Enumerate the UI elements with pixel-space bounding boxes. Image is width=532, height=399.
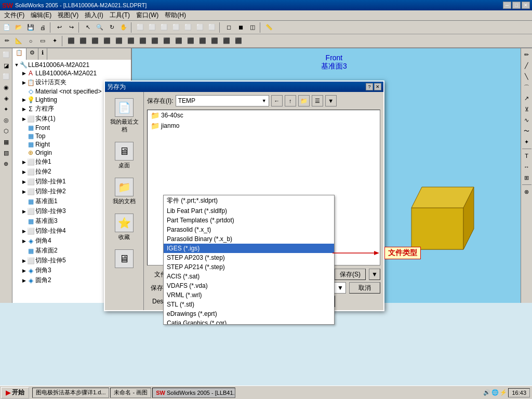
menu-view[interactable]: 视图(V) — [55, 10, 82, 21]
expand-lighting[interactable]: ▶ — [21, 97, 27, 102]
taskbar-item-1[interactable]: 未命名 - 画图 — [110, 388, 151, 398]
save-dropdown-button[interactable]: ▼ — [369, 269, 380, 280]
menu-edit[interactable]: 编辑(E) — [28, 10, 55, 21]
dropdown-item-2[interactable]: Part Templates (*.prtdot) — [164, 216, 334, 225]
dropdown-item-12[interactable]: eDrawings (*.eprt) — [164, 309, 334, 318]
expand-extrude1[interactable]: ▶ — [21, 159, 27, 165]
view-toggle-button[interactable]: ☰ — [312, 95, 323, 107]
right-tool-7[interactable]: ∿ — [522, 115, 532, 125]
save-button[interactable]: 保存(S) — [335, 269, 366, 280]
right-tool-3[interactable]: ╲ — [522, 71, 532, 82]
expand-cut1[interactable]: ▶ — [21, 179, 27, 184]
expand-extrude2[interactable]: ▶ — [21, 169, 27, 175]
tab-property[interactable]: ℹ — [38, 48, 47, 60]
dropdown-item-4[interactable]: Parasolid Binary (*.x_b) — [164, 234, 334, 244]
nav-computer[interactable]: 🖥 — [108, 247, 141, 271]
right-tool-13[interactable]: ⊗ — [522, 187, 532, 197]
dropdown-item-1[interactable]: Lib Feat Part (*.sldlfp) — [164, 206, 334, 216]
file-item-jianmo[interactable]: 📁 jianmo — [148, 121, 380, 131]
view2-button[interactable]: ⬜ — [147, 22, 158, 33]
left-icon-2[interactable]: ◪ — [1, 60, 11, 71]
right-tool-10[interactable]: T — [522, 151, 532, 161]
print-button[interactable]: 🖨 — [37, 22, 48, 33]
tree-annotations[interactable]: ▶ A LLB410006A-M2A021 — [14, 69, 130, 77]
expand-design[interactable]: ▶ — [21, 80, 27, 85]
file-item-36-40sc[interactable]: 📁 36-40sc — [148, 110, 380, 121]
feature7-button[interactable]: ⬛ — [137, 35, 149, 47]
taskbar-item-2[interactable]: SW SolidWorks 2005 - [LLB41... — [152, 388, 235, 398]
left-icon-10[interactable]: ▧ — [1, 148, 11, 158]
feature9-button[interactable]: ⬛ — [161, 35, 172, 47]
cancel-button[interactable]: 取消 — [349, 282, 380, 294]
right-tool-11[interactable]: ↔ — [522, 162, 532, 172]
expand-annotations[interactable]: ▶ — [21, 71, 27, 76]
tools-button[interactable]: ▼ — [325, 95, 337, 107]
right-tool-9[interactable]: ✦ — [522, 137, 532, 147]
feature14-button[interactable]: ⬛ — [221, 35, 232, 47]
dropdown-item-9[interactable]: VDAFS (*.vda) — [164, 281, 334, 290]
menu-window[interactable]: 窗口(W) — [133, 10, 162, 21]
dialog-close-button[interactable]: ✕ — [374, 83, 381, 90]
nav-up-button[interactable]: ↑ — [285, 95, 296, 107]
undo-button[interactable]: ↩ — [54, 22, 65, 33]
close-button[interactable]: ✕ — [522, 2, 530, 9]
expand-cut3[interactable]: ▶ — [21, 209, 27, 214]
new-button[interactable]: 📄 — [1, 22, 12, 33]
nav-desktop[interactable]: 🖥 桌面 — [108, 140, 141, 171]
location-combo[interactable]: TEMP ▼ — [176, 95, 269, 107]
expand-chamfer3[interactable]: ▶ — [21, 268, 27, 273]
expand-cut2[interactable]: ▶ — [21, 189, 27, 194]
feature3-button[interactable]: ⬛ — [89, 35, 101, 47]
view3-button[interactable]: ⬜ — [158, 22, 170, 33]
shading1-button[interactable]: ◻ — [223, 22, 234, 33]
expand-cut4[interactable]: ▶ — [21, 229, 27, 234]
sketch4-button[interactable]: ▭ — [37, 35, 48, 47]
shading2-button[interactable]: ◼ — [235, 22, 246, 33]
view4-button[interactable]: ⬜ — [170, 22, 182, 33]
left-icon-1[interactable]: ⬜ — [1, 49, 11, 60]
feature1-button[interactable]: ⬛ — [65, 35, 77, 47]
dropdown-item-10[interactable]: VRML (*.wrl) — [164, 290, 334, 300]
right-tool-8[interactable]: 〜 — [522, 126, 532, 136]
left-icon-11[interactable]: ⊕ — [1, 158, 11, 169]
measure-button[interactable]: 📏 — [263, 22, 275, 33]
left-icon-5[interactable]: ◈ — [1, 93, 11, 103]
dropdown-item-7[interactable]: STEP AP214 (*.step) — [164, 262, 334, 272]
expand-root[interactable]: ▼ — [14, 62, 20, 68]
expand-equations[interactable]: ▶ — [21, 107, 27, 112]
left-icon-6[interactable]: ✦ — [1, 104, 11, 114]
left-icon-9[interactable]: ▦ — [1, 137, 11, 147]
expand-fillet2[interactable]: ▶ — [21, 278, 27, 283]
feature10-button[interactable]: ⬛ — [173, 35, 184, 47]
pan-button[interactable]: ✋ — [118, 22, 129, 33]
feature6-button[interactable]: ⬛ — [125, 35, 137, 47]
left-icon-4[interactable]: ◉ — [1, 82, 11, 92]
left-icon-3[interactable]: ⬜ — [1, 71, 11, 82]
menu-help[interactable]: 帮助(H) — [162, 10, 189, 21]
dropdown-item-6[interactable]: STEP AP203 (*.step) — [164, 253, 334, 262]
dropdown-item-3[interactable]: Parasolid (*.x_t) — [164, 225, 334, 234]
save-button[interactable]: 💾 — [25, 22, 36, 33]
minimize-button[interactable]: ─ — [503, 2, 511, 9]
new-folder-button[interactable]: 📁 — [298, 95, 310, 107]
sketch5-button[interactable]: ✦ — [49, 35, 60, 47]
dropdown-item-11[interactable]: STL (*.stl) — [164, 300, 334, 309]
taskbar-item-0[interactable]: 图电极拆法基本步骤详1.d... — [32, 388, 109, 398]
menu-file[interactable]: 文件(F) — [1, 10, 28, 21]
tab-model[interactable]: 📋 — [12, 48, 26, 60]
feature5-button[interactable]: ⬛ — [113, 35, 125, 47]
nav-recent[interactable]: 📄 我的最近文档 — [108, 96, 141, 136]
nav-documents[interactable]: 📁 我的文档 — [108, 176, 141, 207]
start-button[interactable]: ▶ 开始 — [1, 387, 29, 398]
dropdown-item-8[interactable]: ACIS (*.sat) — [164, 272, 334, 281]
tree-root[interactable]: ▼ 🔧 LLB410006A-M2A021 — [14, 61, 130, 69]
expand-cut5[interactable]: ▶ — [21, 258, 27, 263]
menu-tools[interactable]: 工具(T) — [107, 10, 133, 21]
expand-chamfer4[interactable]: ▶ — [21, 238, 27, 244]
right-tool-4[interactable]: ⌒ — [522, 82, 532, 92]
view7-button[interactable]: ⬜ — [206, 22, 218, 33]
dialog-help-button[interactable]: ? — [366, 83, 373, 90]
dropdown-item-5[interactable]: IGES (*.igs) — [164, 244, 334, 253]
sketch3-button[interactable]: ○ — [25, 35, 36, 47]
left-icon-7[interactable]: ◎ — [1, 115, 11, 125]
